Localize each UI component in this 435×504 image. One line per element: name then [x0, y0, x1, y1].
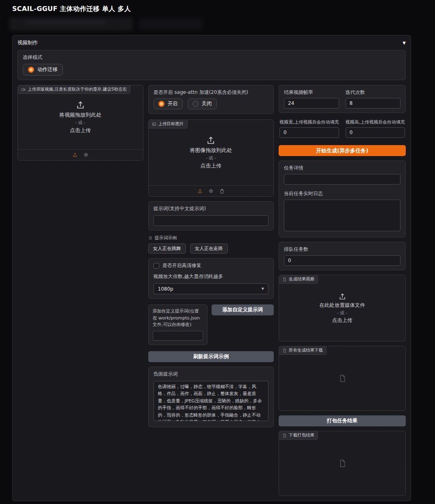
steps-field: 迭代次数 [346, 89, 401, 109]
right-column: 结果视频帧率 迭代次数 视频宽,上传视频后会自动填充 视频高,上传视频后会自动填 [279, 85, 406, 496]
radio-label: 开启 [168, 100, 178, 107]
packed-results-chip-label: 下载打包结果 [289, 432, 314, 438]
prompt-input[interactable] [154, 215, 269, 226]
or-text: - 或 - [75, 120, 85, 126]
blur-blob [25, 20, 106, 24]
paste-icon[interactable] [219, 189, 225, 194]
fps-label: 结果视频帧率 [284, 89, 339, 96]
fps-steps-block: 结果视频帧率 迭代次数 [279, 85, 406, 113]
packed-results-chip: 下载打包结果 [279, 431, 318, 440]
custom-prompt-input[interactable] [153, 331, 203, 341]
upload-icon [206, 136, 216, 146]
webcam-icon[interactable] [83, 152, 89, 158]
radio-selected-icon [158, 101, 164, 107]
blur-blob [138, 18, 203, 30]
video-production-panel: 视频制作 ▼ 选择模式 动作迁移 上传原版视频,注意长度取决于你的显存,建议5秒… [12, 35, 411, 501]
middle-column: 是否开启 sage-attn 加速(20系含必须关闭) 开启 关闭 [148, 85, 274, 427]
click-upload-text[interactable]: 点击上传 [332, 317, 353, 324]
negative-prompt-textarea[interactable]: 色调艳丽，过曝，静态，细节模糊不清，字幕，风格，作品，画作，画面，静止，整体发灰… [154, 381, 269, 421]
task-log-textarea[interactable] [284, 200, 400, 231]
custom-prompt-block: 添加自定义提示词(位置在 work/prompts.json文件,可以自由修改) [148, 304, 208, 345]
sage-attn-block: 是否开启 sage-attn 加速(20系含必须关闭) 开启 关闭 [148, 85, 274, 114]
upload-icon [338, 293, 346, 301]
hd-repair-checkbox[interactable] [154, 263, 159, 269]
image-source-bar [149, 185, 274, 196]
accordion-title: 视频制作 [17, 39, 38, 46]
mode-label: 选择模式 [23, 54, 400, 61]
task-detail-input[interactable] [284, 174, 400, 185]
fps-input[interactable] [284, 98, 339, 109]
example-prompt-walk[interactable]: 女人正在走路 [190, 243, 228, 254]
result-gallery[interactable]: 生成结果画廊 在此处放置媒体文件 - 或 - 点击上传 [279, 275, 406, 341]
generate-button[interactable]: 开始生成(异步多任务) [279, 145, 406, 156]
prompt-examples-label: 提示词示例 [155, 235, 177, 241]
sage-attn-label: 是否开启 sage-attn 加速(20系含必须关闭) [154, 89, 269, 96]
left-column: 上传原版视频,注意长度取决于你的显存,建议5秒左右 将视频拖放到此处 - 或 -… [17, 85, 143, 161]
task-log-label: 当前任务实时日志 [284, 190, 400, 197]
blur-blob [9, 17, 133, 31]
radio-sage-on[interactable]: 开启 [154, 98, 183, 109]
scale-label: 视频放大倍数,越大显存消耗越多 [154, 273, 269, 280]
upload-source-icon[interactable] [72, 152, 78, 158]
radio-motion-transfer[interactable]: 动作迁移 [23, 64, 63, 76]
video-upload-dropzone[interactable]: 上传原版视频,注意长度取决于你的显存,建议5秒左右 将视频拖放到此处 - 或 -… [17, 85, 143, 161]
chevron-down-icon: ▼ [262, 287, 264, 291]
hd-repair-block: 是否开启高清修复 视频放大倍数,越大显存消耗越多 1080p ▼ [148, 258, 274, 299]
size-row: 视频宽,上传视频后会自动填充 视频高,上传视频后会自动填充 [279, 117, 406, 139]
queue-count-label: 排队任务数 [284, 246, 400, 253]
steps-label: 迭代次数 [346, 89, 401, 96]
video-source-bar [18, 149, 143, 160]
page: SCAIL-GGUF 主体动作迁移 单人 多人 视频制作 ▼ 选择模式 动作迁移 [0, 0, 423, 504]
image-drop-area[interactable]: 将图像拖放到此处 - 或 - 点击上传 [149, 120, 274, 185]
all-results-file-area[interactable]: 所有生成结果下载 [279, 346, 406, 411]
or-text: - 或 - [206, 155, 216, 161]
fps-field: 结果视频帧率 [284, 89, 339, 109]
click-upload-text[interactable]: 点击上传 [70, 127, 91, 134]
add-custom-prompt-button[interactable]: 添加自定义提示词 [212, 304, 274, 315]
video-drop-area[interactable]: 将视频拖放到此处 - 或 - 点击上传 [18, 85, 143, 149]
radio-label: 动作迁移 [37, 66, 58, 73]
negative-prompt-label: 负面提示词 [154, 371, 269, 378]
upload-icon [76, 100, 85, 110]
video-upload-chip: 上传原版视频,注意长度取决于你的显存,建议5秒左右 [18, 85, 130, 94]
custom-prompt-label: 添加自定义提示词(位置在 work/prompts.json文件,可以自由修改) [153, 308, 203, 328]
drop-text: 在此处放置媒体文件 [319, 302, 365, 309]
upload-source-icon[interactable] [197, 189, 203, 194]
page-title: SCAIL-GGUF 主体动作迁移 单人 多人 [12, 5, 411, 13]
radio-sage-off[interactable]: 关闭 [188, 98, 217, 109]
video-width-input[interactable] [279, 127, 339, 138]
video-icon [21, 87, 26, 92]
packed-results-file-area[interactable]: 下载打包结果 [279, 431, 406, 496]
gallery-chip: 生成结果画廊 [279, 275, 318, 284]
video-height-label: 视频高,上传视频后会自动填充 [346, 119, 405, 125]
queue-count-input[interactable] [284, 255, 400, 266]
drop-text: 将图像拖放到此处 [190, 147, 232, 154]
video-width-label: 视频宽,上传视频后会自动填充 [279, 119, 339, 125]
video-width-field: 视频宽,上传视频后会自动填充 [279, 119, 339, 138]
file-icon [338, 374, 347, 383]
image-upload-chip: 上传目标图片 [149, 120, 188, 128]
blurred-region [9, 16, 204, 32]
file-icon [338, 459, 347, 468]
video-height-input[interactable] [346, 127, 405, 138]
prompt-label: 提示词(支持中文提示词) [154, 205, 269, 212]
refresh-examples-button[interactable]: 刷新提示词示例 [148, 351, 274, 362]
pack-results-button[interactable]: 打包任务结果 [279, 415, 406, 426]
example-prompt-dance[interactable]: 女人正在跳舞 [148, 243, 186, 254]
negative-prompt-block: 负面提示词 色调艳丽，过曝，静态，细节模糊不清，字幕，风格，作品，画作，画面，静… [148, 367, 274, 428]
custom-prompt-row: 添加自定义提示词(位置在 work/prompts.json文件,可以自由修改)… [148, 304, 274, 345]
all-results-chip-label: 所有生成结果下载 [289, 348, 323, 353]
accordion-header-video[interactable]: 视频制作 ▼ [17, 39, 406, 46]
drop-text: 将视频拖放到此处 [59, 111, 102, 119]
gallery-chip-label: 生成结果画廊 [289, 276, 314, 282]
gallery-drop-area[interactable]: 在此处放置媒体文件 - 或 - 点击上传 [279, 275, 405, 341]
click-upload-text[interactable]: 点击上传 [200, 162, 221, 169]
chevron-down-icon[interactable]: ▼ [403, 41, 406, 45]
webcam-icon[interactable] [208, 189, 214, 194]
steps-input[interactable] [346, 98, 401, 109]
resolution-dropdown[interactable]: 1080p ▼ [154, 283, 269, 294]
hd-repair-label: 是否开启高清修复 [162, 262, 201, 269]
all-results-chip: 所有生成结果下载 [279, 346, 327, 355]
prompt-examples-header: 提示词示例 [148, 235, 274, 241]
image-upload-dropzone[interactable]: 上传目标图片 将图像拖放到此处 - 或 - 点击上传 [148, 119, 274, 197]
